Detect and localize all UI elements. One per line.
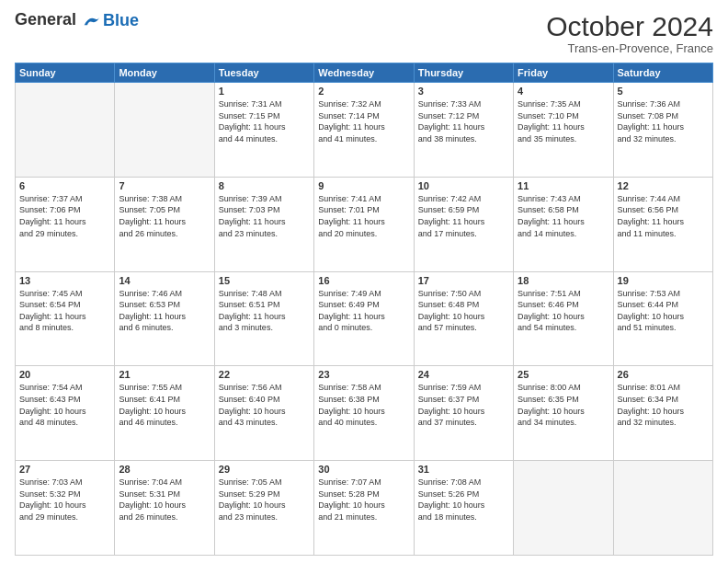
calendar-day-cell: 4Sunrise: 7:35 AM Sunset: 7:10 PM Daylig… <box>514 83 613 178</box>
day-number: 11 <box>518 180 609 191</box>
day-info: Sunrise: 8:00 AM Sunset: 6:35 PM Dayligh… <box>518 382 609 428</box>
day-info: Sunrise: 7:37 AM Sunset: 7:06 PM Dayligh… <box>19 193 110 239</box>
calendar-day-cell: 16Sunrise: 7:49 AM Sunset: 6:49 PM Dayli… <box>314 271 414 366</box>
calendar-day-cell: 7Sunrise: 7:38 AM Sunset: 7:05 PM Daylig… <box>115 177 214 271</box>
day-number: 5 <box>618 86 709 97</box>
day-number: 18 <box>518 275 609 286</box>
calendar-day-cell: 13Sunrise: 7:45 AM Sunset: 6:54 PM Dayli… <box>16 271 115 366</box>
day-info: Sunrise: 7:46 AM Sunset: 6:53 PM Dayligh… <box>119 288 210 334</box>
calendar-week-row: 20Sunrise: 7:54 AM Sunset: 6:43 PM Dayli… <box>16 366 713 461</box>
calendar-day-cell: 15Sunrise: 7:48 AM Sunset: 6:51 PM Dayli… <box>214 271 313 366</box>
day-number: 15 <box>219 275 310 286</box>
day-info: Sunrise: 7:45 AM Sunset: 6:54 PM Dayligh… <box>19 288 110 334</box>
calendar-day-cell <box>514 461 613 556</box>
day-info: Sunrise: 7:50 AM Sunset: 6:48 PM Dayligh… <box>418 288 509 334</box>
calendar-header-cell: Friday <box>514 63 613 83</box>
day-info: Sunrise: 7:05 AM Sunset: 5:29 PM Dayligh… <box>219 477 310 523</box>
day-info: Sunrise: 7:49 AM Sunset: 6:49 PM Dayligh… <box>318 288 409 334</box>
day-info: Sunrise: 7:35 AM Sunset: 7:10 PM Dayligh… <box>518 98 609 144</box>
day-number: 12 <box>618 180 709 191</box>
calendar-week-row: 1Sunrise: 7:31 AM Sunset: 7:15 PM Daylig… <box>16 83 713 178</box>
location: Trans-en-Provence, France <box>546 41 713 55</box>
logo: General Blue <box>15 11 139 30</box>
header-right: October 2024 Trans-en-Provence, France <box>546 11 713 55</box>
calendar-day-cell: 5Sunrise: 7:36 AM Sunset: 7:08 PM Daylig… <box>613 83 712 178</box>
day-info: Sunrise: 7:08 AM Sunset: 5:26 PM Dayligh… <box>418 477 509 523</box>
calendar-day-cell <box>613 461 712 556</box>
day-info: Sunrise: 7:59 AM Sunset: 6:37 PM Dayligh… <box>418 382 509 428</box>
calendar-week-row: 13Sunrise: 7:45 AM Sunset: 6:54 PM Dayli… <box>16 271 713 366</box>
day-number: 6 <box>19 180 110 191</box>
calendar-day-cell: 12Sunrise: 7:44 AM Sunset: 6:56 PM Dayli… <box>613 177 712 271</box>
day-number: 4 <box>518 86 609 97</box>
day-number: 26 <box>618 369 709 380</box>
header: General Blue October 2024 Trans-en-Prove… <box>15 11 713 55</box>
calendar-header-cell: Wednesday <box>314 63 414 83</box>
day-number: 2 <box>318 86 409 97</box>
day-number: 16 <box>318 275 409 286</box>
day-info: Sunrise: 7:42 AM Sunset: 6:59 PM Dayligh… <box>418 193 509 239</box>
day-info: Sunrise: 7:53 AM Sunset: 6:44 PM Dayligh… <box>618 288 709 334</box>
calendar-table: SundayMondayTuesdayWednesdayThursdayFrid… <box>15 63 713 556</box>
day-number: 1 <box>219 86 310 97</box>
calendar-day-cell: 24Sunrise: 7:59 AM Sunset: 6:37 PM Dayli… <box>414 366 513 461</box>
day-info: Sunrise: 7:55 AM Sunset: 6:41 PM Dayligh… <box>119 382 210 428</box>
calendar-day-cell: 30Sunrise: 7:07 AM Sunset: 5:28 PM Dayli… <box>314 461 414 556</box>
day-info: Sunrise: 7:41 AM Sunset: 7:01 PM Dayligh… <box>318 193 409 239</box>
page: General Blue October 2024 Trans-en-Prove… <box>0 0 728 563</box>
day-number: 27 <box>19 464 110 475</box>
calendar-header-cell: Sunday <box>16 63 115 83</box>
calendar-day-cell: 26Sunrise: 8:01 AM Sunset: 6:34 PM Dayli… <box>613 366 712 461</box>
calendar-day-cell: 8Sunrise: 7:39 AM Sunset: 7:03 PM Daylig… <box>214 177 313 271</box>
calendar-day-cell: 20Sunrise: 7:54 AM Sunset: 6:43 PM Dayli… <box>16 366 115 461</box>
day-info: Sunrise: 7:43 AM Sunset: 6:58 PM Dayligh… <box>518 193 609 239</box>
day-number: 7 <box>119 180 210 191</box>
day-number: 3 <box>418 86 509 97</box>
calendar-header-cell: Monday <box>115 63 214 83</box>
day-number: 23 <box>318 369 409 380</box>
day-info: Sunrise: 7:31 AM Sunset: 7:15 PM Dayligh… <box>219 98 310 144</box>
day-info: Sunrise: 7:58 AM Sunset: 6:38 PM Dayligh… <box>318 382 409 428</box>
logo-bird-icon <box>83 12 101 30</box>
logo-general: General <box>15 10 76 29</box>
calendar-day-cell: 14Sunrise: 7:46 AM Sunset: 6:53 PM Dayli… <box>115 271 214 366</box>
calendar-day-cell: 27Sunrise: 7:03 AM Sunset: 5:32 PM Dayli… <box>16 461 115 556</box>
day-info: Sunrise: 8:01 AM Sunset: 6:34 PM Dayligh… <box>618 382 709 428</box>
calendar-day-cell: 21Sunrise: 7:55 AM Sunset: 6:41 PM Dayli… <box>115 366 214 461</box>
day-number: 9 <box>318 180 409 191</box>
calendar-day-cell: 29Sunrise: 7:05 AM Sunset: 5:29 PM Dayli… <box>214 461 313 556</box>
calendar-header-cell: Tuesday <box>214 63 313 83</box>
calendar-day-cell: 23Sunrise: 7:58 AM Sunset: 6:38 PM Dayli… <box>314 366 414 461</box>
day-info: Sunrise: 7:38 AM Sunset: 7:05 PM Dayligh… <box>119 193 210 239</box>
calendar-day-cell <box>16 83 115 178</box>
day-info: Sunrise: 7:03 AM Sunset: 5:32 PM Dayligh… <box>19 477 110 523</box>
day-number: 30 <box>318 464 409 475</box>
day-number: 24 <box>418 369 509 380</box>
calendar-day-cell: 28Sunrise: 7:04 AM Sunset: 5:31 PM Dayli… <box>115 461 214 556</box>
calendar-day-cell: 18Sunrise: 7:51 AM Sunset: 6:46 PM Dayli… <box>514 271 613 366</box>
day-number: 28 <box>119 464 210 475</box>
day-info: Sunrise: 7:51 AM Sunset: 6:46 PM Dayligh… <box>518 288 609 334</box>
calendar-day-cell: 2Sunrise: 7:32 AM Sunset: 7:14 PM Daylig… <box>314 83 414 178</box>
calendar-week-row: 27Sunrise: 7:03 AM Sunset: 5:32 PM Dayli… <box>16 461 713 556</box>
day-number: 17 <box>418 275 509 286</box>
calendar-header-cell: Saturday <box>613 63 712 83</box>
day-info: Sunrise: 7:39 AM Sunset: 7:03 PM Dayligh… <box>219 193 310 239</box>
day-info: Sunrise: 7:33 AM Sunset: 7:12 PM Dayligh… <box>418 98 509 144</box>
calendar-header-row: SundayMondayTuesdayWednesdayThursdayFrid… <box>16 63 713 83</box>
day-info: Sunrise: 7:56 AM Sunset: 6:40 PM Dayligh… <box>219 382 310 428</box>
day-info: Sunrise: 7:32 AM Sunset: 7:14 PM Dayligh… <box>318 98 409 144</box>
day-number: 29 <box>219 464 310 475</box>
day-info: Sunrise: 7:36 AM Sunset: 7:08 PM Dayligh… <box>618 98 709 144</box>
calendar-day-cell: 19Sunrise: 7:53 AM Sunset: 6:44 PM Dayli… <box>613 271 712 366</box>
day-number: 25 <box>518 369 609 380</box>
calendar-day-cell: 11Sunrise: 7:43 AM Sunset: 6:58 PM Dayli… <box>514 177 613 271</box>
day-info: Sunrise: 7:54 AM Sunset: 6:43 PM Dayligh… <box>19 382 110 428</box>
day-number: 19 <box>618 275 709 286</box>
day-number: 10 <box>418 180 509 191</box>
day-info: Sunrise: 7:04 AM Sunset: 5:31 PM Dayligh… <box>119 477 210 523</box>
calendar-day-cell: 10Sunrise: 7:42 AM Sunset: 6:59 PM Dayli… <box>414 177 513 271</box>
day-number: 14 <box>119 275 210 286</box>
calendar-day-cell: 3Sunrise: 7:33 AM Sunset: 7:12 PM Daylig… <box>414 83 513 178</box>
logo-blue: Blue <box>103 11 139 30</box>
